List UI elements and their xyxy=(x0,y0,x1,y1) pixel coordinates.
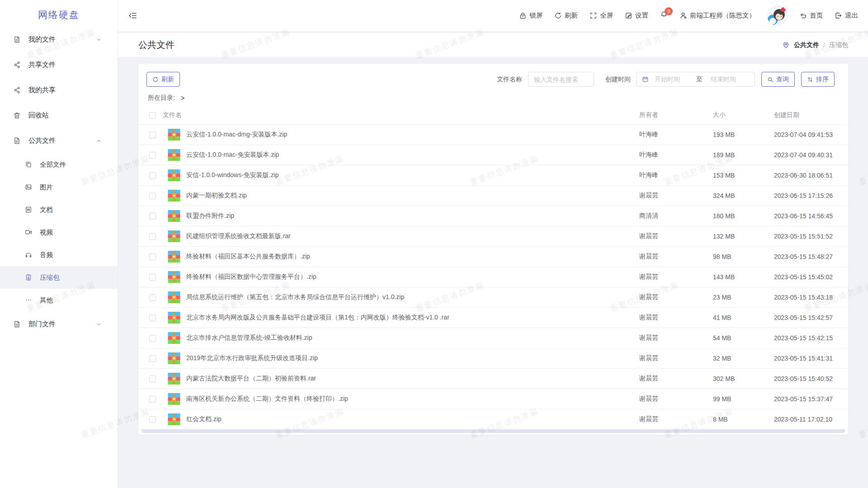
chevron-down-icon xyxy=(96,37,102,42)
file-name[interactable]: 安信-1.0.0-windows-免安装版.zip xyxy=(186,171,639,179)
row-checkbox[interactable] xyxy=(149,233,156,240)
row-checkbox[interactable] xyxy=(149,192,156,199)
table-row[interactable]: 终验材料（福田区数据中心管理服务平台）.zip谢晨芸143 MB2023-05-… xyxy=(138,267,848,287)
file-name[interactable]: 北京市水务局内网改版及公共服务基础平台建设项目（第1包：内网改版）终验验文档-v… xyxy=(186,314,639,322)
sidebar-item-all-files[interactable]: 全部文件 xyxy=(0,153,118,176)
table-row[interactable]: 南海区机关新办公系统（二期）文件资料（终验打印）.zip谢晨芸99 MB2023… xyxy=(138,389,848,409)
horizontal-scrollbar[interactable] xyxy=(142,429,845,433)
table-row[interactable]: 北京市排水户信息管理系统-竣工验收材料.zip谢晨芸54 MB2023-05-1… xyxy=(138,328,848,348)
sidebar-item-archives[interactable]: 压缩包 xyxy=(0,266,118,289)
directory-root-chevron[interactable]: > xyxy=(181,94,184,102)
date-end-placeholder: 结束时间 xyxy=(705,75,744,84)
file-name[interactable]: 内蒙古法院大数据平台（二期）初验前资料.rar xyxy=(186,375,639,383)
file-name[interactable]: 南海区机关新办公系统（二期）文件资料（终验打印）.zip xyxy=(186,395,639,403)
file-owner: 谢晨芸 xyxy=(639,253,713,261)
row-checkbox[interactable] xyxy=(149,375,156,382)
settings-label: 设置 xyxy=(635,11,648,20)
file-size: 180 MB xyxy=(713,212,774,220)
archive-file-icon xyxy=(167,128,181,141)
row-checkbox[interactable] xyxy=(149,152,156,159)
search-button[interactable]: 查询 xyxy=(761,72,795,87)
filename-search-input[interactable] xyxy=(528,72,594,87)
file-name[interactable]: 云安信-1.0.0-mac-dmg-安装版本.zip xyxy=(186,131,639,139)
avatar[interactable] xyxy=(767,5,788,26)
table-row[interactable]: 云安信-1.0.0-mac-免安装版本.zip叶海峰189 MB2023-07-… xyxy=(138,145,848,165)
row-checkbox[interactable] xyxy=(149,172,156,179)
row-checkbox[interactable] xyxy=(149,335,156,342)
logout-button[interactable]: 退出 xyxy=(835,11,858,20)
file-name[interactable]: 终验材料（福田区基本公共服务数据库）.zip xyxy=(186,253,639,261)
sidebar-item-shared-files[interactable]: 共享文件 xyxy=(0,52,118,77)
file-owner: 谢晨芸 xyxy=(639,273,713,281)
table-row[interactable]: 云安信-1.0.0-mac-dmg-安装版本.zip叶海峰193 MB2023-… xyxy=(138,125,848,145)
row-checkbox[interactable] xyxy=(149,416,156,423)
row-checkbox[interactable] xyxy=(149,396,156,403)
file-name[interactable]: 局信息系统运行维护（第五包：北京市水务局综合信息平台运行维护）v1.0.zip xyxy=(186,293,639,301)
select-all-checkbox[interactable] xyxy=(149,112,156,119)
file-size: 41 MB xyxy=(713,314,774,321)
table-row[interactable]: 联盟办件附件.zip商清清180 MB2023-06-15 14:56:45 xyxy=(138,206,848,226)
table-row[interactable]: 民建组织管理系统验收文档最新版.rar谢晨芸132 MB2023-05-15 1… xyxy=(138,226,848,247)
file-size: 302 MB xyxy=(713,375,774,382)
sidebar-item-label: 全部文件 xyxy=(40,160,66,169)
sidebar-menu: 我的文件共享文件我的共享回收站公共文件全部文件图片文档视频音频压缩包其他部门文件 xyxy=(0,27,118,337)
refresh-page-button[interactable]: 刷新 xyxy=(554,11,578,20)
file-name[interactable]: 云安信-1.0.0-mac-免安装版本.zip xyxy=(186,151,639,159)
sidebar-item-documents[interactable]: 文档 xyxy=(0,198,118,221)
settings-button[interactable]: 设置 xyxy=(625,11,648,20)
row-checkbox[interactable] xyxy=(149,274,156,281)
table-row[interactable]: 局信息系统运行维护（第五包：北京市水务局综合信息平台运行维护）v1.0.zip谢… xyxy=(138,287,848,308)
sidebar-item-label: 公共文件 xyxy=(28,136,56,145)
file-owner: 叶海峰 xyxy=(639,151,713,159)
sidebar-item-recycle-bin[interactable]: 回收站 xyxy=(0,103,118,128)
table-row[interactable]: 红会文档.zip谢晨芸8 MB2023-05-11 17:02:10 xyxy=(138,409,848,430)
sidebar-item-label: 音频 xyxy=(40,251,53,259)
row-checkbox[interactable] xyxy=(149,314,156,321)
sidebar-item-images[interactable]: 图片 xyxy=(0,176,118,198)
sidebar-item-label: 回收站 xyxy=(28,111,49,120)
file-size: 193 MB xyxy=(713,131,774,138)
sidebar-item-others[interactable]: 其他 xyxy=(0,289,118,311)
sidebar-item-audio[interactable]: 音频 xyxy=(0,244,118,266)
file-name[interactable]: 民建组织管理系统验收文档最新版.rar xyxy=(186,232,639,240)
toolbar: 刷新 文件名称 创建时间 开始时间 至 结束时间 查询 xyxy=(138,64,848,87)
notification-bell-button[interactable]: 3 xyxy=(660,11,668,20)
sidebar-item-my-shares[interactable]: 我的共享 xyxy=(0,77,118,103)
file-name[interactable]: 终验材料（福田区数据中心管理服务平台）.zip xyxy=(186,273,639,281)
lock-screen-button[interactable]: 锁屏 xyxy=(519,11,542,20)
file-name[interactable]: 内蒙一期初验文档.zip xyxy=(186,192,639,200)
breadcrumb-root[interactable]: 公共文件 xyxy=(794,41,819,49)
row-checkbox[interactable] xyxy=(149,253,156,260)
table-row[interactable]: 终验材料（福田区基本公共服务数据库）.zip谢晨芸98 MB2023-05-15… xyxy=(138,247,848,267)
fullscreen-button[interactable]: 全屏 xyxy=(590,11,613,20)
file-owner: 谢晨芸 xyxy=(639,293,713,301)
table-row[interactable]: 北京市水务局内网改版及公共服务基础平台建设项目（第1包：内网改版）终验验文档-v… xyxy=(138,308,848,328)
sidebar-collapse-icon[interactable] xyxy=(128,11,137,20)
user-menu[interactable]: 前端工程师（陈思文） xyxy=(679,11,755,20)
sidebar-item-department-files[interactable]: 部门文件 xyxy=(0,311,118,337)
sidebar-item-public-files[interactable]: 公共文件 xyxy=(0,128,118,153)
table-row[interactable]: 内蒙古法院大数据平台（二期）初验前资料.rar谢晨芸302 MB2023-05-… xyxy=(138,369,848,389)
row-checkbox[interactable] xyxy=(149,355,156,362)
calendar-icon xyxy=(642,76,649,83)
table-row[interactable]: 2019年北京市水行政审批系统升级改造项目.zip谢晨芸32 MB2023-05… xyxy=(138,348,848,369)
date-range-picker[interactable]: 开始时间 至 结束时间 xyxy=(637,72,755,87)
row-checkbox[interactable] xyxy=(149,131,156,138)
table-row[interactable]: 安信-1.0.0-windows-免安装版.zip叶海峰153 MB2023-0… xyxy=(138,165,848,186)
sort-button[interactable]: 排序 xyxy=(801,72,835,87)
file-name[interactable]: 北京市排水户信息管理系统-竣工验收材料.zip xyxy=(186,334,639,342)
file-created: 2023-05-15 15:43:18 xyxy=(774,294,837,301)
archive-file-icon xyxy=(167,392,181,406)
home-button[interactable]: 首页 xyxy=(799,11,823,20)
file-size: 324 MB xyxy=(713,192,774,199)
sidebar-item-my-files[interactable]: 我的文件 xyxy=(0,27,118,52)
file-owner: 谢晨芸 xyxy=(639,192,713,200)
file-name[interactable]: 2019年北京市水行政审批系统升级改造项目.zip xyxy=(186,354,639,362)
file-name[interactable]: 红会文档.zip xyxy=(186,415,639,423)
refresh-list-button[interactable]: 刷新 xyxy=(146,72,180,87)
table-row[interactable]: 内蒙一期初验文档.zip谢晨芸324 MB2023-06-15 17:15:26 xyxy=(138,186,848,206)
row-checkbox[interactable] xyxy=(149,213,156,220)
file-name[interactable]: 联盟办件附件.zip xyxy=(186,212,639,220)
sidebar-item-videos[interactable]: 视频 xyxy=(0,221,118,244)
row-checkbox[interactable] xyxy=(149,294,156,301)
